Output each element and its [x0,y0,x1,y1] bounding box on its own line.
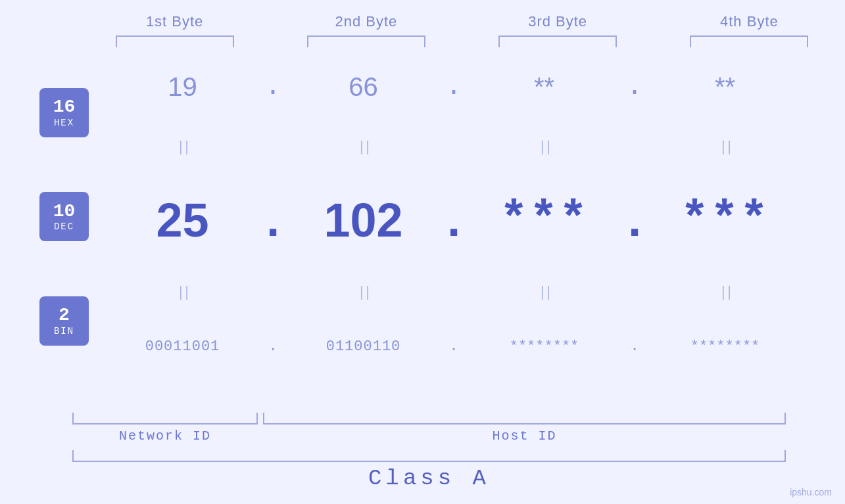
hex-dot-2: . [444,72,464,102]
dec-badge: 10 DEC [39,192,89,241]
network-bracket [72,413,258,424]
bracket-top-3 [498,35,617,47]
dec-val-2: 102 [324,193,402,247]
dec-val-3: *** [500,193,589,247]
hex-val-1: 19 [168,72,197,102]
host-bracket [263,413,786,424]
dec-val-4: *** [681,193,770,247]
class-bracket [72,450,786,462]
dec-name: DEC [54,221,74,232]
dec-dot-2: . [444,200,464,241]
data-area: 19 . 66 . ** . ** || || [102,54,806,413]
hex-val-2: 66 [349,72,378,102]
hex-cell-2: 66 [283,72,444,102]
hex-dot-3: . [625,72,644,102]
bin-dot-2: . [444,338,464,355]
byte-col-1: 1st Byte [79,13,270,47]
bin-num: 2 [59,306,70,326]
bin-name: BIN [54,326,74,336]
byte-3-label: 3rd Byte [528,13,587,30]
dec-cell-4: *** [644,193,806,247]
dec-dot-1: . [263,200,283,241]
bin-dot-3: . [625,338,644,355]
content-area: 16 HEX 10 DEC 2 BIN 19 . 66 [39,54,806,413]
base-labels: 16 HEX 10 DEC 2 BIN [39,54,102,413]
sep-row-2: || || || || [102,285,806,301]
header-row: 1st Byte 2nd Byte 3rd Byte 4th Byte [79,13,845,47]
bottom-section: Network ID Host ID Class A [72,413,838,491]
byte-2-label: 2nd Byte [335,13,397,30]
bin-cell-3: ******** [464,338,625,355]
bin-dot-1: . [263,338,283,355]
hex-dot-1: . [263,72,283,102]
bin-cell-1: 00011001 [102,338,263,355]
bin-badge: 2 BIN [39,296,89,346]
dec-cell-2: 102 [283,193,444,247]
host-id-label: Host ID [263,428,786,444]
bin-cell-4: ******** [644,338,806,355]
bin-cell-2: 01100110 [283,338,444,355]
watermark: ipshu.com [790,487,832,497]
dec-row: 25 . 102 . *** . *** [102,193,806,247]
main-container: 1st Byte 2nd Byte 3rd Byte 4th Byte 16 H… [0,0,845,504]
hex-cell-3: ** [464,72,625,102]
bracket-top-4 [690,35,808,47]
bracket-row [72,413,786,424]
sep2-3: || [464,285,625,301]
bin-val-4: ******** [690,338,760,355]
byte-1-label: 1st Byte [146,13,203,30]
bin-val-1: 00011001 [145,338,220,355]
class-label: Class A [72,466,786,491]
sep-1: || [102,139,263,156]
hex-row: 19 . 66 . ** . ** [102,72,806,102]
dec-cell-3: *** [464,193,625,247]
bin-row: 00011001 . 01100110 . ******** . *******… [102,338,806,355]
dec-dot-3: . [625,200,644,241]
dec-num: 10 [53,202,76,222]
sep2-1: || [102,285,263,301]
hex-name: HEX [54,118,74,128]
hex-badge: 16 HEX [39,88,89,137]
id-labels-row: Network ID Host ID [72,428,786,444]
byte-col-4: 4th Byte [654,13,845,47]
byte-col-3: 3rd Byte [462,13,654,47]
byte-col-2: 2nd Byte [270,13,462,47]
sep-4: || [644,139,806,156]
dec-val-1: 25 [156,193,208,247]
hex-cell-4: ** [644,72,806,102]
hex-val-3: ** [534,72,554,102]
sep-3: || [464,139,625,156]
sep2-2: || [283,285,444,301]
hex-val-4: ** [715,72,735,102]
hex-cell-1: 19 [102,72,263,102]
byte-4-label: 4th Byte [720,13,779,30]
bin-val-2: 01100110 [326,338,401,355]
dec-cell-1: 25 [102,193,263,247]
sep-2: || [283,139,444,156]
bracket-top-1 [116,35,234,47]
hex-num: 16 [53,97,76,118]
network-id-label: Network ID [72,428,258,444]
bracket-top-2 [307,35,425,47]
sep2-4: || [644,285,806,301]
sep-row-1: || || || || [102,139,806,156]
bin-val-3: ******** [510,338,579,355]
